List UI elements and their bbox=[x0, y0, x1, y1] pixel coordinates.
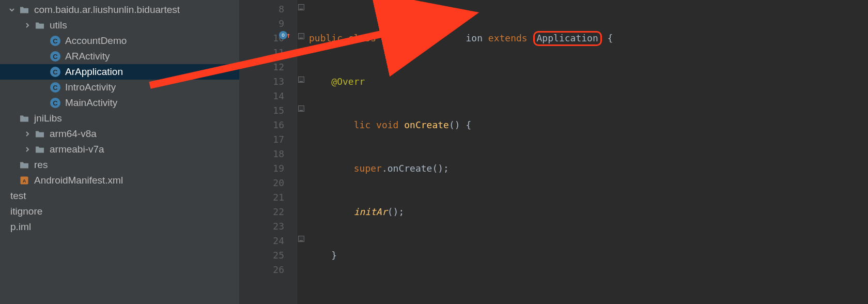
line-number: 17 bbox=[240, 132, 284, 147]
fold-toggle[interactable] bbox=[298, 33, 304, 39]
fold-toggle[interactable] bbox=[298, 236, 304, 242]
code-token: { bbox=[602, 33, 613, 43]
chevron-right-icon[interactable] bbox=[24, 130, 31, 138]
tree-item-label: armeabi-v7a bbox=[50, 144, 104, 155]
arrow-spacer bbox=[39, 37, 47, 44]
tree-item-com-baidu-ar-liushunlin-biduartest[interactable]: com.baidu.ar.liushunlin.biduartest bbox=[0, 2, 239, 18]
tree-item-jnilibs[interactable]: jniLibs bbox=[0, 111, 239, 126]
line-number: 9 bbox=[240, 17, 284, 31]
code-area[interactable]: public class ArApplxxxxxxxxxion extends … bbox=[306, 0, 868, 304]
code-token: ion bbox=[466, 33, 483, 43]
arrow-spacer bbox=[39, 53, 47, 60]
tree-item-label: IntroActivity bbox=[65, 82, 116, 93]
tree-item-label: res bbox=[34, 159, 48, 171]
class-icon: C bbox=[50, 97, 61, 109]
line-number: 16 bbox=[240, 118, 284, 132]
line-number: 14 bbox=[240, 89, 284, 103]
arrow-spacer bbox=[8, 115, 16, 122]
svg-text:A: A bbox=[23, 178, 26, 184]
tree-item-label: test bbox=[10, 190, 26, 202]
tree-item-utils[interactable]: utils bbox=[0, 18, 239, 33]
arrow-spacer bbox=[0, 192, 7, 200]
line-number: 8 bbox=[240, 2, 284, 17]
tree-item-androidmanifest-xml[interactable]: AAndroidManifest.xml bbox=[0, 173, 239, 188]
tree-item-aractivity[interactable]: CARActivity bbox=[0, 49, 239, 64]
line-gutter: o 891011121314151617181920212223242526 bbox=[240, 0, 297, 304]
folder-icon bbox=[34, 144, 45, 155]
tree-item-accountdemo[interactable]: CAccountDemo bbox=[0, 33, 239, 49]
line-number: 18 bbox=[240, 147, 284, 161]
arrow-spacer bbox=[8, 177, 16, 184]
fold-toggle[interactable] bbox=[298, 105, 304, 112]
tree-item-p-iml[interactable]: p.iml bbox=[0, 219, 239, 235]
folder-icon bbox=[19, 4, 30, 16]
arrow-spacer bbox=[39, 99, 47, 107]
code-token: public class bbox=[309, 33, 382, 43]
tree-item-res[interactable]: res bbox=[0, 157, 239, 173]
project-tree[interactable]: com.baidu.ar.liushunlin.biduartestutilsC… bbox=[0, 0, 240, 304]
line-number: 26 bbox=[240, 263, 284, 277]
line-number: 24 bbox=[240, 234, 284, 248]
code-token: ArAppl bbox=[382, 33, 415, 43]
line-number: 20 bbox=[240, 176, 284, 190]
tree-item-itignore[interactable]: itignore bbox=[0, 204, 239, 219]
arrow-spacer bbox=[0, 223, 7, 231]
folder-icon bbox=[34, 20, 45, 31]
fold-toggle[interactable] bbox=[298, 4, 304, 10]
tree-item-mainactivity[interactable]: CMainActivity bbox=[0, 95, 239, 111]
code-token: super bbox=[354, 163, 382, 174]
tree-item-label: utils bbox=[50, 20, 67, 31]
arrow-spacer bbox=[39, 84, 47, 91]
code-token: @Overr bbox=[331, 76, 365, 87]
tree-item-label: arm64-v8a bbox=[50, 128, 97, 140]
tree-item-label: AndroidManifest.xml bbox=[34, 175, 123, 186]
tree-item-arapplication[interactable]: CArApplication bbox=[0, 64, 239, 80]
tree-item-arm64-v8a[interactable]: arm64-v8a bbox=[0, 126, 239, 142]
line-number: 22 bbox=[240, 205, 284, 219]
tree-item-label: com.baidu.ar.liushunlin.biduartest bbox=[34, 4, 180, 16]
code-editor[interactable]: o 891011121314151617181920212223242526 p… bbox=[240, 0, 868, 304]
arrow-spacer bbox=[0, 208, 7, 215]
arrow-spacer bbox=[39, 68, 47, 75]
code-token: extends bbox=[483, 33, 533, 43]
highlighted-application: Application bbox=[533, 31, 602, 46]
line-number: 21 bbox=[240, 190, 284, 205]
tree-item-label: AccountDemo bbox=[65, 35, 127, 47]
line-number: 11 bbox=[240, 45, 284, 60]
tree-item-label: itignore bbox=[10, 206, 42, 217]
tree-item-label: ArApplication bbox=[65, 66, 123, 78]
line-number: 13 bbox=[240, 74, 284, 89]
tree-item-introactivity[interactable]: CIntroActivity bbox=[0, 80, 239, 95]
class-icon: C bbox=[50, 82, 61, 93]
code-token: initAr bbox=[354, 206, 388, 217]
class-icon: C bbox=[50, 51, 61, 62]
tree-item-label: MainActivity bbox=[65, 97, 117, 109]
tree-item-test[interactable]: test bbox=[0, 188, 239, 204]
tree-item-armeabi-v7a[interactable]: armeabi-v7a bbox=[0, 142, 239, 157]
folder-icon bbox=[34, 128, 45, 140]
tree-item-label: p.iml bbox=[10, 221, 31, 233]
override-gutter-icon[interactable]: o bbox=[279, 31, 287, 39]
code-token: .onCreate(); bbox=[382, 163, 449, 174]
class-icon: C bbox=[50, 66, 61, 78]
chevron-right-icon[interactable] bbox=[24, 146, 31, 153]
line-number: 12 bbox=[240, 60, 284, 74]
folder-icon bbox=[19, 113, 30, 124]
fold-toggle[interactable] bbox=[298, 77, 304, 83]
arrow-spacer bbox=[8, 161, 16, 169]
line-number: 25 bbox=[240, 248, 284, 263]
chevron-right-icon[interactable] bbox=[24, 22, 31, 29]
chevron-down-icon[interactable] bbox=[8, 6, 16, 13]
folder-icon bbox=[19, 159, 30, 171]
tree-item-label: jniLibs bbox=[34, 113, 62, 124]
code-token: (); bbox=[388, 206, 405, 217]
code-token: } bbox=[331, 250, 337, 261]
code-token: lic void bbox=[354, 119, 405, 130]
xml-file-icon: A bbox=[19, 175, 30, 186]
code-token: onCreate bbox=[404, 119, 449, 130]
line-number: 15 bbox=[240, 103, 284, 118]
line-number: 10 bbox=[240, 31, 284, 45]
tree-item-label: ARActivity bbox=[65, 51, 110, 62]
line-number: 19 bbox=[240, 161, 284, 176]
fold-column[interactable] bbox=[297, 0, 306, 304]
